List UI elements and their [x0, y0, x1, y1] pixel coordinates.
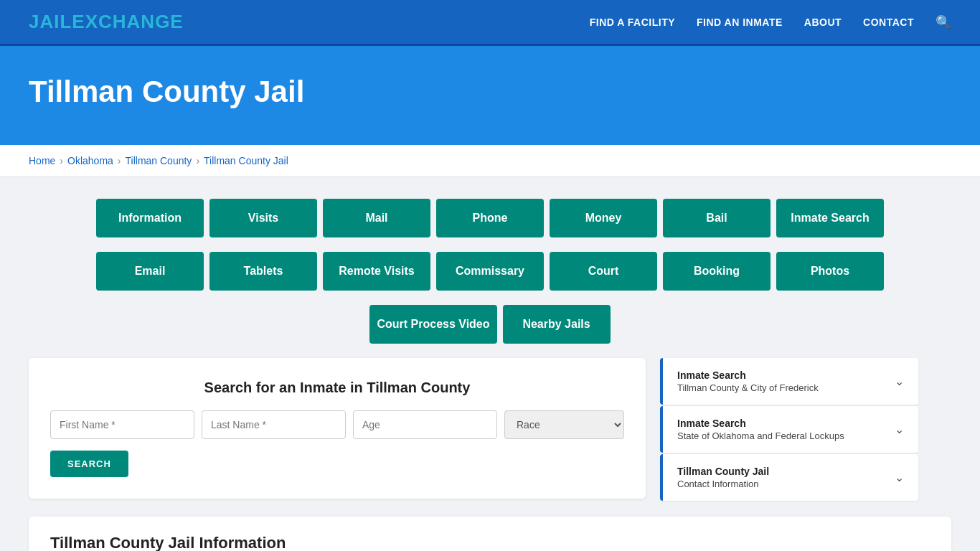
content-row: Search for an Inmate in Tillman County R…	[29, 358, 951, 502]
sidebar-card-tillman-header[interactable]: Inmate Search Tillman County & City of F…	[660, 358, 918, 405]
btn-email[interactable]: Email	[96, 252, 204, 291]
sidebar-card-contact-title: Tillman County Jail	[677, 466, 769, 477]
breadcrumb: Home › Oklahoma › Tillman County › Tillm…	[29, 155, 951, 166]
button-grid-row2: Email Tablets Remote Visits Commissary C…	[29, 252, 951, 291]
btn-tablets[interactable]: Tablets	[209, 252, 317, 291]
age-input[interactable]	[353, 410, 497, 439]
chevron-down-icon-2: ⌄	[895, 423, 904, 436]
sidebar-card-tillman-sub: Tillman County & City of Frederick	[677, 382, 819, 393]
nav-about[interactable]: ABOUT	[804, 17, 842, 28]
first-name-input[interactable]	[50, 410, 194, 439]
sidebar-card-tillman-title: Inmate Search	[677, 369, 819, 381]
logo-jail: JAIL	[29, 11, 72, 32]
search-box: Search for an Inmate in Tillman County R…	[29, 358, 646, 499]
breadcrumb-bar: Home › Oklahoma › Tillman County › Tillm…	[0, 145, 980, 177]
chevron-down-icon-3: ⌄	[895, 471, 904, 484]
breadcrumb-current: Tillman County Jail	[204, 155, 288, 166]
nav-contact[interactable]: CONTACT	[863, 17, 914, 28]
btn-booking[interactable]: Booking	[663, 252, 771, 291]
button-grid-row1: Information Visits Mail Phone Money Bail…	[29, 199, 951, 237]
breadcrumb-sep-1: ›	[60, 155, 63, 166]
race-select[interactable]: Race White Black Hispanic Asian Other	[504, 410, 624, 439]
btn-visits[interactable]: Visits	[209, 199, 317, 237]
nav-find-inmate[interactable]: FIND AN INMATE	[697, 17, 783, 28]
sidebar-card-tillman: Inmate Search Tillman County & City of F…	[660, 358, 918, 405]
btn-photos[interactable]: Photos	[776, 252, 884, 291]
button-grid-row3: Court Process Video Nearby Jails	[29, 305, 951, 344]
last-name-input[interactable]	[202, 410, 346, 439]
btn-mail[interactable]: Mail	[323, 199, 430, 237]
search-fields: Race White Black Hispanic Asian Other	[50, 410, 624, 439]
sidebar: Inmate Search Tillman County & City of F…	[660, 358, 918, 502]
sidebar-card-oklahoma: Inmate Search State of Oklahoma and Fede…	[660, 406, 918, 453]
nav-find-facility[interactable]: FIND A FACILITY	[590, 17, 675, 28]
hero-section: Tillman County Jail	[0, 46, 980, 145]
breadcrumb-home[interactable]: Home	[29, 155, 55, 166]
chevron-down-icon-1: ⌄	[895, 375, 904, 388]
breadcrumb-tillman-county[interactable]: Tillman County	[126, 155, 192, 166]
btn-bail[interactable]: Bail	[663, 199, 771, 237]
btn-court[interactable]: Court	[550, 252, 657, 291]
page-title: Tillman County Jail	[29, 75, 951, 109]
sidebar-card-contact-header[interactable]: Tillman County Jail Contact Information …	[660, 454, 918, 501]
search-icon[interactable]: 🔍	[936, 15, 951, 29]
sidebar-card-oklahoma-sub: State of Oklahoma and Federal Lockups	[677, 430, 844, 441]
btn-phone[interactable]: Phone	[436, 199, 544, 237]
btn-remote-visits[interactable]: Remote Visits	[323, 252, 430, 291]
breadcrumb-oklahoma[interactable]: Oklahoma	[67, 155, 113, 166]
btn-money[interactable]: Money	[550, 199, 657, 237]
sidebar-card-oklahoma-header[interactable]: Inmate Search State of Oklahoma and Fede…	[660, 406, 918, 453]
btn-commissary[interactable]: Commissary	[436, 252, 544, 291]
btn-inmate-search[interactable]: Inmate Search	[776, 199, 884, 237]
btn-nearby-jails[interactable]: Nearby Jails	[503, 305, 611, 344]
breadcrumb-sep-3: ›	[196, 155, 199, 166]
logo-exchange: EXCHANGE	[72, 11, 183, 32]
btn-information[interactable]: Information	[96, 199, 204, 237]
logo[interactable]: JAILEXCHANGE	[29, 11, 184, 33]
btn-court-process-video[interactable]: Court Process Video	[369, 305, 496, 344]
main-content: Information Visits Mail Phone Money Bail…	[0, 177, 980, 551]
nav-links: FIND A FACILITY FIND AN INMATE ABOUT CON…	[590, 14, 951, 30]
sidebar-card-contact-sub: Contact Information	[677, 479, 769, 489]
sidebar-card-contact: Tillman County Jail Contact Information …	[660, 454, 918, 501]
navbar: JAILEXCHANGE FIND A FACILITY FIND AN INM…	[0, 0, 980, 46]
search-button[interactable]: SEARCH	[50, 451, 128, 477]
info-section: Tillman County Jail Information	[29, 517, 951, 551]
sidebar-card-oklahoma-title: Inmate Search	[677, 418, 844, 429]
breadcrumb-sep-2: ›	[118, 155, 121, 166]
info-title: Tillman County Jail Information	[50, 534, 930, 551]
search-title: Search for an Inmate in Tillman County	[50, 380, 624, 396]
